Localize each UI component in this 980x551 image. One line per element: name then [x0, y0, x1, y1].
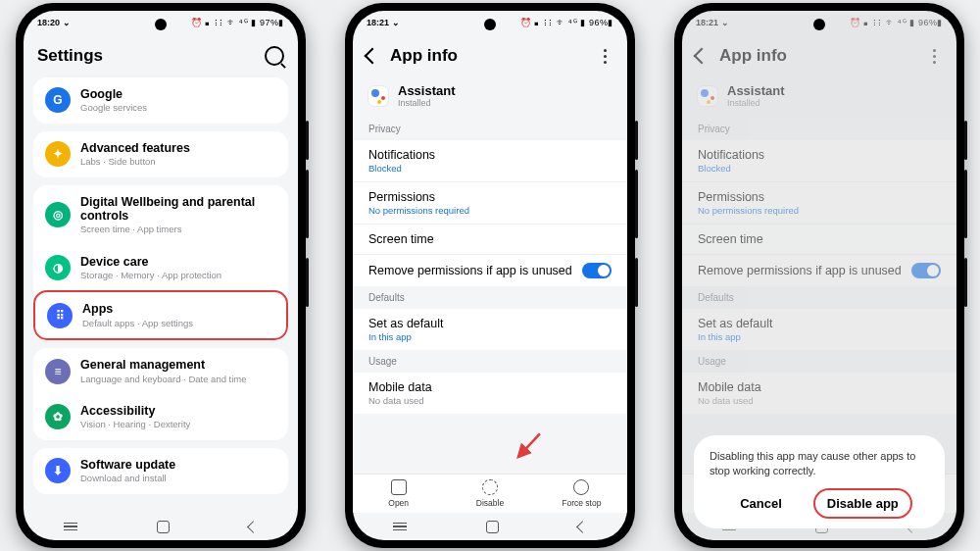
section-header: Defaults — [353, 286, 627, 309]
settings-row-apps[interactable]: ⠿AppsDefault apps · App settings — [33, 290, 288, 340]
item-notifications[interactable]: NotificationsBlocked — [353, 140, 627, 181]
header: App info — [353, 34, 627, 77]
row-icon: ◎ — [45, 202, 71, 227]
dialog-scrim[interactable]: Disabling this app may cause other apps … — [682, 11, 956, 540]
open-icon — [391, 479, 407, 495]
bottom-actions: OpenDisableForce stop — [353, 474, 627, 513]
screen-settings: 18:20 ⌄ ⏰ ◼ ⋮⋮ ᯤ ⁴ᴳ ▮ 97%▮ Settings GGoo… — [24, 11, 298, 540]
settings-row-general-management[interactable]: ≡General managementLanguage and keyboard… — [33, 348, 288, 394]
app-header[interactable]: Assistant Installed — [353, 77, 627, 118]
status-icons: ⏰ ◼ ⋮⋮ ᯤ ⁴ᴳ ▮ 96%▮ — [520, 18, 613, 27]
row-subtitle: Google services — [80, 102, 147, 113]
front-camera — [813, 19, 825, 30]
item-subtitle: No data used — [368, 395, 612, 406]
item-title: Mobile data — [368, 380, 612, 394]
row-icon: ✿ — [45, 404, 71, 429]
item-title: Notifications — [368, 148, 612, 162]
row-title: Accessibility — [80, 404, 190, 418]
page-title: App info — [390, 46, 596, 66]
disable-confirm-dialog: Disabling this app may cause other apps … — [694, 435, 945, 528]
nav-back-icon[interactable] — [247, 521, 260, 533]
settings-row-google[interactable]: GGoogleGoogle services — [33, 77, 288, 124]
item-remove-permissions-if-app-is-unused[interactable]: Remove permissions if app is unused — [353, 254, 627, 286]
row-subtitle: Screen time · App timers — [80, 224, 276, 234]
row-subtitle: Storage · Memory · App protection — [80, 270, 221, 280]
status-time: 18:20 ⌄ — [37, 18, 71, 27]
row-title: Apps — [82, 302, 193, 316]
settings-row-device-care[interactable]: ◑Device careStorage · Memory · App prote… — [33, 245, 288, 291]
item-title: Set as default — [368, 317, 612, 330]
search-icon[interactable] — [265, 46, 284, 66]
action-label: Disable — [476, 498, 504, 508]
item-title: Remove permissions if app is unused — [368, 264, 572, 277]
settings-row-accessibility[interactable]: ✿AccessibilityVision · Hearing · Dexteri… — [33, 394, 288, 440]
row-icon: ⬇ — [45, 458, 71, 483]
row-title: Google — [80, 87, 147, 101]
row-icon: ⠿ — [47, 303, 73, 328]
app-info-list[interactable]: PrivacyNotificationsBlockedPermissionsNo… — [353, 118, 627, 474]
nav-back-icon[interactable] — [576, 521, 589, 533]
row-icon: ≡ — [45, 359, 71, 384]
nav-recents-icon[interactable] — [64, 523, 77, 530]
section-header: Privacy — [353, 118, 627, 140]
status-icons: ⏰ ◼ ⋮⋮ ᯤ ⁴ᴳ ▮ 97%▮ — [191, 18, 284, 27]
settings-row-software-update[interactable]: ⬇Software updateDownload and install — [33, 448, 288, 494]
item-title: Screen time — [368, 232, 612, 246]
settings-row-digital-wellbeing-and-parental-controls[interactable]: ◎Digital Wellbeing and parental controls… — [33, 185, 288, 245]
item-mobile-data[interactable]: Mobile dataNo data used — [353, 373, 627, 414]
action-label: Force stop — [562, 498, 601, 508]
dialog-cancel-button[interactable]: Cancel — [728, 490, 794, 517]
row-title: Digital Wellbeing and parental controls — [80, 195, 276, 224]
app-install-status: Installed — [398, 98, 456, 108]
dialog-disable-button[interactable]: Disable app — [815, 490, 910, 517]
row-subtitle: Language and keyboard · Date and time — [80, 374, 247, 384]
app-name: Assistant — [398, 83, 456, 98]
action-open[interactable]: Open — [353, 475, 444, 513]
row-icon: ✦ — [45, 141, 71, 167]
toggle-switch[interactable] — [582, 263, 612, 278]
status-time: 18:21 ⌄ — [367, 18, 400, 27]
nav-recents-icon[interactable] — [393, 523, 407, 530]
row-icon: G — [45, 87, 71, 113]
row-subtitle: Vision · Hearing · Dexterity — [80, 419, 190, 429]
phone-frame-2: 18:21 ⌄ ⏰ ◼ ⋮⋮ ᯤ ⁴ᴳ ▮ 96%▮ App info Assi… — [345, 3, 635, 548]
section-header: Usage — [353, 350, 627, 373]
item-permissions[interactable]: PermissionsNo permissions required — [353, 181, 627, 224]
screen-appinfo: 18:21 ⌄ ⏰ ◼ ⋮⋮ ᯤ ⁴ᴳ ▮ 96%▮ App info Assi… — [353, 11, 627, 540]
action-disable[interactable]: Disable — [444, 475, 535, 513]
item-screen-time[interactable]: Screen time — [353, 224, 627, 254]
phone-frame-1: 18:20 ⌄ ⏰ ◼ ⋮⋮ ᯤ ⁴ᴳ ▮ 97%▮ Settings GGoo… — [16, 3, 306, 548]
force stop-icon — [573, 479, 589, 495]
dialog-message: Disabling this app may cause other apps … — [710, 449, 929, 478]
front-camera — [155, 19, 167, 30]
nav-home-icon[interactable] — [486, 521, 499, 533]
settings-list[interactable]: GGoogleGoogle services✦Advanced features… — [24, 77, 298, 513]
phone-frame-3: 18:21 ⌄ ⏰ ◼ ⋮⋮ ᯤ ⁴ᴳ ▮ 96%▮ App info Assi… — [674, 3, 964, 548]
disable-icon — [482, 479, 498, 495]
item-subtitle: In this app — [368, 331, 612, 342]
android-navbar[interactable] — [353, 513, 627, 540]
row-subtitle: Default apps · App settings — [82, 318, 193, 328]
item-title: Permissions — [368, 190, 612, 204]
action-label: Open — [388, 498, 409, 508]
screen-appinfo-dialog: 18:21 ⌄ ⏰ ◼ ⋮⋮ ᯤ ⁴ᴳ ▮ 96%▮ App info Assi… — [682, 11, 956, 540]
settings-row-advanced-features[interactable]: ✦Advanced featuresLabs · Side button — [33, 131, 288, 177]
item-set-as-default[interactable]: Set as defaultIn this app — [353, 309, 627, 350]
android-navbar[interactable] — [24, 513, 298, 540]
row-subtitle: Download and install — [80, 473, 175, 483]
row-title: Advanced features — [80, 141, 190, 155]
row-icon: ◑ — [45, 255, 71, 280]
nav-home-icon[interactable] — [157, 521, 170, 533]
row-title: General management — [80, 358, 247, 372]
row-title: Software update — [80, 458, 175, 472]
row-subtitle: Labs · Side button — [80, 156, 190, 167]
front-camera — [484, 19, 496, 30]
item-subtitle: No permissions required — [368, 205, 612, 216]
page-title: Settings — [37, 46, 265, 66]
back-icon[interactable] — [365, 48, 381, 65]
more-icon[interactable] — [596, 49, 613, 64]
assistant-app-icon — [368, 86, 388, 106]
header: Settings — [24, 34, 298, 77]
item-subtitle: Blocked — [368, 163, 612, 174]
action-force-stop[interactable]: Force stop — [536, 475, 627, 513]
